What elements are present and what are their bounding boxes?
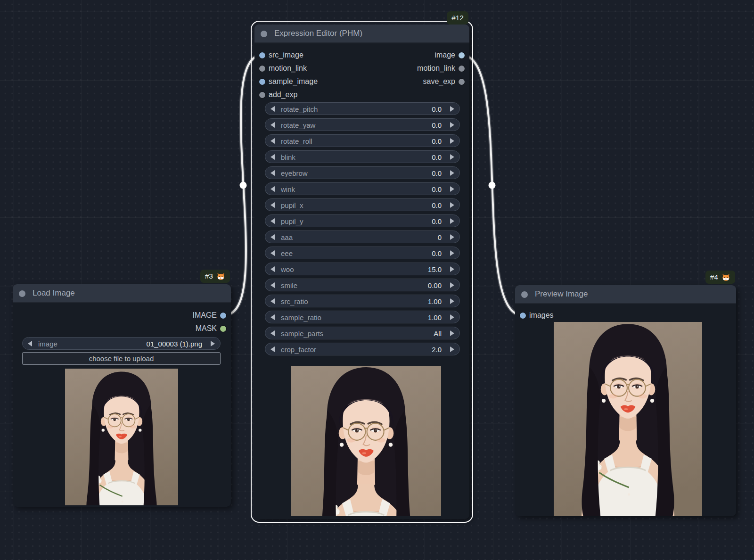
slider-value: 1.00 [428,297,442,305]
increment-arrow-icon[interactable] [450,202,454,208]
input-port-images[interactable] [520,313,526,319]
output-row: IMAGE [13,310,231,321]
increment-arrow-icon[interactable] [450,170,454,176]
decrement-arrow-icon[interactable] [270,106,275,112]
prev-arrow-icon[interactable] [28,341,32,346]
node-header[interactable]: Preview Image [515,285,736,304]
loaded-image-preview[interactable] [65,369,178,505]
increment-arrow-icon[interactable] [450,266,454,272]
decrement-arrow-icon[interactable] [270,346,275,352]
output-port-image[interactable] [220,313,226,319]
increment-arrow-icon[interactable] [450,122,454,128]
choose-file-button-label: choose file to upload [89,354,154,362]
slider-value: 0.0 [432,121,442,129]
decrement-arrow-icon[interactable] [270,186,275,192]
increment-arrow-icon[interactable] [450,314,454,320]
decrement-arrow-icon[interactable] [270,330,275,336]
slider-value: 0 [438,233,442,241]
output-port-motion-link[interactable] [459,66,465,72]
slider-widget[interactable]: smile 0.00 [265,279,460,291]
result-image-preview[interactable] [554,322,702,516]
increment-arrow-icon[interactable] [450,282,454,288]
slider-widget[interactable]: aaa 0 [265,231,460,243]
slider-widget[interactable]: pupil_y 0.0 [265,214,460,227]
node-expression-editor[interactable]: #12 Expression Editor (PHM) src_image mo… [254,25,469,519]
portrait-image [65,369,178,505]
wire-image-to-images [462,55,523,315]
increment-arrow-icon[interactable] [450,154,454,160]
increment-arrow-icon[interactable] [450,138,454,144]
decrement-arrow-icon[interactable] [270,138,275,144]
node-id-label: #4 [710,273,718,281]
slider-widget[interactable]: eee 0.0 [265,247,460,259]
slider-widget[interactable]: rotate_pitch 0.0 [265,102,460,115]
choose-file-button[interactable]: choose file to upload [22,352,221,365]
node-collapse-dot[interactable] [261,31,267,37]
increment-arrow-icon[interactable] [450,234,454,240]
decrement-arrow-icon[interactable] [270,202,275,208]
input-port-motion-link[interactable] [259,66,265,72]
input-port-sample-image[interactable] [259,79,265,85]
slider-widget[interactable]: wink 0.0 [265,182,460,195]
slider-list: rotate_pitch 0.0 rotate_yaw 0.0 rotate_r… [265,102,460,355]
slider-widget[interactable]: src_ratio 1.00 [265,295,460,307]
increment-arrow-icon[interactable] [450,186,454,192]
slider-widget[interactable]: sample_parts All [265,327,460,339]
increment-arrow-icon[interactable] [450,218,454,224]
decrement-arrow-icon[interactable] [270,266,275,272]
output-row: image [362,50,469,60]
decrement-arrow-icon[interactable] [270,282,275,288]
portrait-image [554,322,702,516]
node-collapse-dot[interactable] [521,291,528,298]
input-port-add-exp[interactable] [259,92,265,98]
input-label: motion_link [269,64,307,73]
image-combo-widget[interactable]: image 01_00003 (1).png [22,337,221,350]
decrement-arrow-icon[interactable] [270,314,275,320]
node-header[interactable]: Load Image [13,284,231,303]
decrement-arrow-icon[interactable] [270,298,275,304]
decrement-arrow-icon[interactable] [270,122,275,128]
increment-arrow-icon[interactable] [450,298,454,304]
slider-value: 2.0 [432,345,442,353]
slider-label: woo [281,265,294,273]
output-label: save_exp [423,77,456,86]
decrement-arrow-icon[interactable] [270,154,275,160]
output-port-mask[interactable] [220,326,226,332]
node-collapse-dot[interactable] [19,290,25,297]
slider-widget[interactable]: pupil_x 0.0 [265,198,460,211]
node-graph-canvas[interactable]: #3 Load Image IMAGE MASK image 01_00003 … [0,0,754,560]
output-row: motion_link [362,63,469,74]
slider-widget[interactable]: crop_factor 2.0 [265,343,460,355]
slider-widget[interactable]: rotate_yaw 0.0 [265,118,460,131]
slider-value: 15.0 [428,265,442,273]
increment-arrow-icon[interactable] [450,250,454,256]
slider-label: src_ratio [281,297,308,305]
input-label: images [529,311,554,320]
slider-widget[interactable]: sample_ratio 1.00 [265,311,460,323]
increment-arrow-icon[interactable] [450,346,454,352]
node-title: Preview Image [535,285,588,303]
output-port-image[interactable] [459,52,465,58]
slider-widget[interactable]: blink 0.0 [265,150,460,163]
increment-arrow-icon[interactable] [450,330,454,336]
wire-midpoint-dot [240,182,247,189]
slider-label: sample_parts [281,329,323,337]
node-preview-image[interactable]: #4 Preview Image images [515,285,736,516]
next-arrow-icon[interactable] [211,341,215,346]
node-badge: #12 [447,11,468,25]
slider-value: 0.0 [432,185,442,193]
decrement-arrow-icon[interactable] [270,250,275,256]
slider-widget[interactable]: woo 15.0 [265,263,460,275]
node-image-preview[interactable] [291,366,441,516]
output-port-save-exp[interactable] [459,79,465,85]
node-load-image[interactable]: #3 Load Image IMAGE MASK image 01_00003 … [13,284,231,507]
increment-arrow-icon[interactable] [450,106,454,112]
input-port-src-image[interactable] [259,52,265,58]
slider-widget[interactable]: rotate_roll 0.0 [265,134,460,147]
node-header[interactable]: Expression Editor (PHM) [254,25,469,43]
slider-widget[interactable]: eyebrow 0.0 [265,166,460,179]
decrement-arrow-icon[interactable] [270,218,275,224]
decrement-arrow-icon[interactable] [270,234,275,240]
slider-value: 0.0 [432,153,442,161]
decrement-arrow-icon[interactable] [270,170,275,176]
